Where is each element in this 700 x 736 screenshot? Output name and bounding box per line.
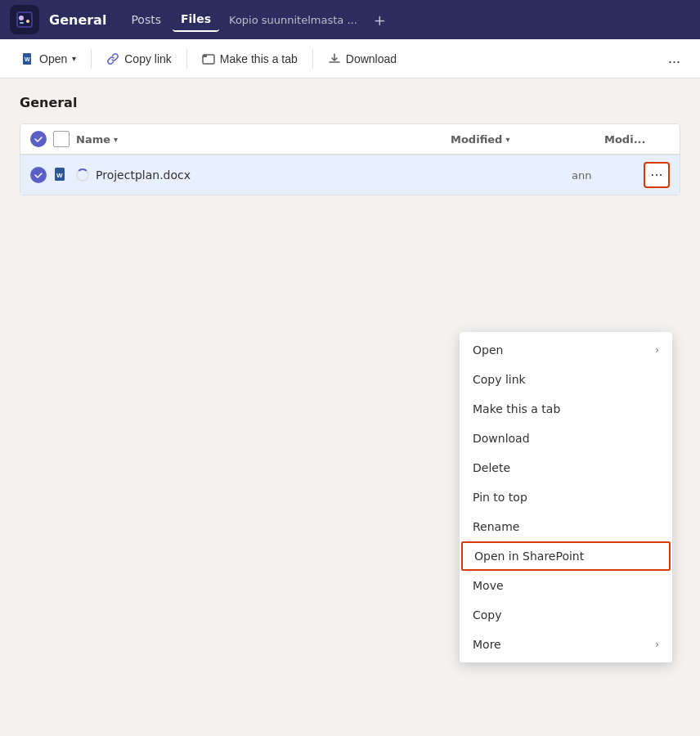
file-modified-by: ann <box>572 169 637 182</box>
name-sort-icon: ▾ <box>114 135 118 144</box>
copy-link-button[interactable]: Copy link <box>98 47 180 70</box>
svg-text:W: W <box>56 172 63 179</box>
separator-1 <box>91 49 92 69</box>
file-checkbox[interactable] <box>30 167 47 183</box>
svg-rect-8 <box>203 55 207 57</box>
file-more-button[interactable]: ··· <box>644 162 670 188</box>
download-label: Download <box>346 52 397 65</box>
tab-icon <box>202 52 215 65</box>
menu-item-rename[interactable]: Rename <box>460 512 672 541</box>
tab-posts[interactable]: Posts <box>123 8 169 31</box>
select-all-checkbox[interactable] <box>30 131 47 147</box>
name-column-header[interactable]: Name ▾ <box>76 133 444 146</box>
section-title: General <box>20 95 680 110</box>
modified-sort-icon: ▾ <box>505 135 509 144</box>
channel-name: General <box>49 12 106 28</box>
download-button[interactable]: Download <box>320 47 405 70</box>
file-list: Name ▾ Modified ▾ Modi... W Project <box>20 123 680 195</box>
open-label: Open <box>39 52 67 65</box>
menu-item-delete[interactable]: Delete <box>460 453 672 482</box>
toolbar-more-button[interactable]: ... <box>662 47 687 70</box>
word-toolbar-icon: W <box>21 52 34 65</box>
download-icon <box>328 52 341 65</box>
copy-link-label: Copy link <box>124 52 172 65</box>
file-name[interactable]: Projectplan.docx <box>96 168 411 182</box>
menu-item-open[interactable]: Open › <box>460 335 672 365</box>
menu-item-more[interactable]: More › <box>460 630 672 659</box>
toolbar: W Open ▾ Copy link Make this a tab Downl… <box>0 39 700 79</box>
word-file-icon: W <box>53 167 70 183</box>
svg-text:W: W <box>25 56 30 62</box>
more-arrow-icon: › <box>655 639 659 650</box>
tab-files[interactable]: Files <box>173 7 219 32</box>
menu-item-pin-top[interactable]: Pin to top <box>460 482 672 512</box>
make-tab-label: Make this a tab <box>220 52 298 65</box>
main-content: General Name ▾ Modified ▾ Modi... <box>0 79 700 212</box>
svg-point-2 <box>19 16 24 20</box>
tab-nav: Posts Files Kopio suunnitelmasta ... + <box>123 7 393 32</box>
file-row: W Projectplan.docx ann ··· <box>20 155 680 195</box>
menu-item-copy[interactable]: Copy <box>460 600 672 630</box>
more-btn-container: ··· <box>644 162 670 188</box>
context-menu: Open › Copy link Make this a tab Downloa… <box>460 332 672 662</box>
top-bar: General Posts Files Kopio suunnitelmasta… <box>0 0 700 39</box>
menu-item-open-sharepoint[interactable]: Open in SharePoint <box>461 541 671 571</box>
open-button[interactable]: W Open ▾ <box>13 47 84 70</box>
separator-3 <box>312 49 313 69</box>
modifiedby-column-header: Modi... <box>604 133 670 146</box>
menu-item-copy-link[interactable]: Copy link <box>460 365 672 394</box>
file-list-header: Name ▾ Modified ▾ Modi... <box>20 124 680 155</box>
svg-point-3 <box>26 20 29 23</box>
make-tab-button[interactable]: Make this a tab <box>194 47 306 70</box>
menu-item-make-tab[interactable]: Make this a tab <box>460 394 672 424</box>
modified-column-header[interactable]: Modified ▾ <box>451 133 598 146</box>
app-icon <box>10 5 39 34</box>
file-type-header-icon <box>53 131 70 147</box>
tab-kopio[interactable]: Kopio suunnitelmasta ... <box>222 9 364 31</box>
menu-item-move[interactable]: Move <box>460 571 672 600</box>
separator-2 <box>186 49 187 69</box>
open-chevron-icon: ▾ <box>72 54 76 63</box>
link-icon <box>106 52 119 65</box>
menu-item-download[interactable]: Download <box>460 424 672 453</box>
open-arrow-icon: › <box>655 344 659 356</box>
svg-rect-4 <box>20 22 24 24</box>
loading-spinner <box>76 168 89 182</box>
add-tab-button[interactable]: + <box>367 8 393 32</box>
